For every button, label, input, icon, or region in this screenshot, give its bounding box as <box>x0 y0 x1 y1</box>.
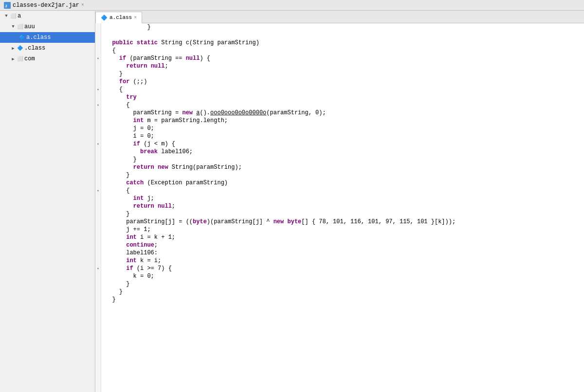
code-line-3: public static String c(String paramStrin… <box>101 39 584 47</box>
fold-marker-11[interactable]: ▾ <box>95 101 101 109</box>
plain-token: m = paramString.length; <box>144 117 228 125</box>
plain-token <box>105 163 133 171</box>
plain-token: j = 0; <box>105 125 154 132</box>
plain-token: } <box>105 23 151 31</box>
plain-token <box>105 140 133 148</box>
code-line-29: continue; <box>101 241 584 249</box>
code-line-20: } <box>101 171 584 179</box>
fold-marker-23 <box>95 195 101 202</box>
sidebar-item-com[interactable]: ▶ ⬜ com <box>0 53 95 64</box>
keyword: new <box>182 109 193 117</box>
code-line-19: return new String(paramString); <box>101 163 584 171</box>
fold-marker-24 <box>95 202 101 210</box>
fold-marker-33 <box>95 272 101 280</box>
tab-close[interactable]: × <box>134 15 137 20</box>
keyword: public <box>112 39 133 47</box>
keyword: if <box>126 265 133 272</box>
plain-token: { <box>105 101 129 109</box>
fold-marker-9[interactable]: ▾ <box>95 86 101 93</box>
fold-marker-20 <box>95 171 101 179</box>
fold-marker-5[interactable]: ▾ <box>95 54 101 62</box>
code-line-18: } <box>101 156 584 163</box>
main-layout: ▼ ⬜ a ▼ ⬜ auu 🔷 a.class ▶ 🔷 .class ▶ <box>0 11 584 392</box>
code-line-2 <box>101 31 584 39</box>
plain-token <box>105 78 119 86</box>
sidebar-label-auu: auu <box>24 23 35 30</box>
plain-token: ; <box>164 62 168 70</box>
keyword: null <box>158 202 172 210</box>
fold-marker-19 <box>95 163 101 171</box>
plain-token <box>105 117 133 125</box>
plain-token: (Exception paramString) <box>144 179 228 187</box>
keyword: catch <box>126 179 144 187</box>
keyword: return <box>126 62 147 70</box>
fold-marker-28 <box>95 233 101 241</box>
fold-marker-16[interactable]: ▾ <box>95 140 101 148</box>
fold-marker-13 <box>95 117 101 125</box>
expand-icon-dotclass: ▶ <box>10 45 17 52</box>
class-icon-aclass: 🔷 <box>18 34 25 41</box>
top-bar-close[interactable]: × <box>81 2 84 8</box>
plain-token <box>105 195 133 202</box>
plain-token: [] { 78, 101, 116, 101, 97, 115, 101 }[k… <box>301 218 456 226</box>
code-line-22: { <box>101 187 584 195</box>
code-line-32: if (i >= 7) { <box>101 265 584 272</box>
code-line-7: } <box>101 70 584 78</box>
fold-marker-4 <box>95 47 101 54</box>
code-line-24: return null; <box>101 202 584 210</box>
top-bar-title: classes-dex2jar.jar <box>13 2 79 9</box>
plain-token <box>105 241 126 249</box>
sidebar-item-a[interactable]: ▼ ⬜ a <box>0 11 95 21</box>
tab-aclass[interactable]: 🔷 a.class × <box>95 12 142 23</box>
fold-marker-12 <box>95 109 101 117</box>
editor-area: 🔷 a.class × ▾▾▾▾▾▾ } public static Strin… <box>95 11 584 392</box>
plain-token: j += 1; <box>105 226 151 233</box>
sidebar-item-auu[interactable]: ▼ ⬜ auu <box>0 21 95 32</box>
code-line-34: } <box>101 280 584 288</box>
code-editor[interactable]: ▾▾▾▾▾▾ } public static String c(String p… <box>95 23 584 392</box>
plain-token <box>105 202 133 210</box>
plain-token <box>133 39 137 47</box>
plain-token <box>105 257 126 265</box>
plain-token: { <box>105 47 116 54</box>
package-icon-com: ⬜ <box>17 55 23 62</box>
fold-marker-32[interactable]: ▾ <box>95 265 101 272</box>
code-line-28: int i = k + 1; <box>101 233 584 241</box>
plain-token: (j < m) { <box>140 140 175 148</box>
link-token[interactable]: a <box>196 109 200 117</box>
jar-icon: J <box>4 2 11 9</box>
plain-token: k = 0; <box>105 272 154 280</box>
keyword: if <box>119 54 126 62</box>
keyword: byte <box>287 218 301 226</box>
fold-marker-22[interactable]: ▾ <box>95 187 101 195</box>
fold-marker-27 <box>95 226 101 233</box>
keyword: null <box>151 62 165 70</box>
code-line-31: int k = i; <box>101 257 584 265</box>
sidebar-item-aclass[interactable]: 🔷 a.class <box>0 32 95 43</box>
code-line-5: if (paramString == null) { <box>101 54 584 62</box>
code-line-17: break label106; <box>101 148 584 156</box>
keyword: if <box>133 140 140 148</box>
plain-token: { <box>105 187 129 195</box>
code-content: } public static String c(String paramStr… <box>101 23 584 392</box>
expand-icon-auu: ▼ <box>10 23 17 30</box>
plain-token: String c(String paramString) <box>158 39 259 47</box>
top-bar: J classes-dex2jar.jar × <box>0 0 584 11</box>
sidebar-item-dotclass[interactable]: ▶ 🔷 .class <box>0 43 95 53</box>
keyword: for <box>119 78 130 86</box>
expand-icon-a: ▼ <box>3 13 10 19</box>
plain-token: ) { <box>200 54 210 62</box>
link-token[interactable]: ooo0ooo0o0o0000o <box>210 109 266 117</box>
code-line-1: } <box>101 23 584 31</box>
plain-token: (paramString == <box>126 54 185 62</box>
code-line-4: { <box>101 47 584 54</box>
fold-marker-29 <box>95 241 101 249</box>
plain-token: } <box>105 210 129 218</box>
tab-label: a.class <box>110 15 132 20</box>
code-line-30: label106: <box>101 249 584 257</box>
keyword: null <box>186 54 200 62</box>
plain-token: i = k + 1; <box>137 233 175 241</box>
keyword: return <box>133 202 154 210</box>
code-line-26: paramString[j] = ((byte)(paramString[j] … <box>101 218 584 226</box>
fold-marker-1 <box>95 23 101 31</box>
